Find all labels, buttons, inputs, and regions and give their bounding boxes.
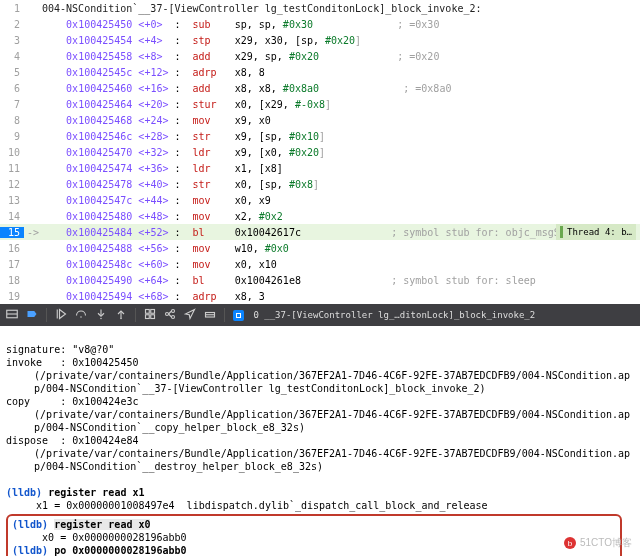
simulate-location-icon[interactable] xyxy=(184,308,196,322)
svg-rect-10 xyxy=(146,315,150,319)
svg-rect-9 xyxy=(151,310,155,314)
debug-console[interactable]: signature: "v8@?0" invoke : 0x100425450 … xyxy=(0,326,640,556)
watermark: b 51CTO博客 xyxy=(564,536,632,550)
line-number[interactable]: 7 xyxy=(0,99,24,110)
asm-line[interactable]: 17 0x10042548c <+60> : mov x0, x10 xyxy=(0,256,640,272)
lldb-command: po 0x0000000028196abb0 xyxy=(54,545,186,556)
asm-line[interactable]: 12 0x100425478 <+40> : str x0, [sp, #0x8… xyxy=(0,176,640,192)
thread-badge[interactable]: Thread 4: b… xyxy=(556,224,636,240)
asm-line[interactable]: 14 0x100425480 <+48> : mov x2, #0x2 xyxy=(0,208,640,224)
svg-line-15 xyxy=(169,311,172,314)
lldb-command: register read x0 xyxy=(54,519,150,530)
line-number[interactable]: 18 xyxy=(0,275,24,286)
console-line: (/private/var/containers/Bundle/Applicat… xyxy=(6,408,634,434)
line-number[interactable]: 11 xyxy=(0,163,24,174)
svg-rect-11 xyxy=(151,315,155,319)
line-number[interactable]: 19 xyxy=(0,291,24,302)
watermark-icon: b xyxy=(564,537,576,549)
continue-icon[interactable] xyxy=(55,308,67,322)
asm-line[interactable]: 7 0x100425464 <+20> : stur x0, [x29, #-0… xyxy=(0,96,640,112)
asm-line[interactable]: 13 0x10042547c <+44> : mov x0, x9 xyxy=(0,192,640,208)
svg-line-16 xyxy=(169,314,172,317)
step-over-icon[interactable] xyxy=(75,308,87,322)
toggle-console-icon[interactable] xyxy=(6,308,18,322)
asm-line[interactable]: 5 0x10042545c <+12> : adrp x8, 8 xyxy=(0,64,640,80)
memory-graph-icon[interactable] xyxy=(164,308,176,322)
svg-point-12 xyxy=(166,313,169,316)
line-number[interactable]: 13 xyxy=(0,195,24,206)
asm-line[interactable]: 2 0x100425450 <+0> : sub sp, sp, #0x30 ;… xyxy=(0,16,640,32)
line-number[interactable]: 2 xyxy=(0,19,24,30)
step-out-icon[interactable] xyxy=(115,308,127,322)
line-number[interactable]: 16 xyxy=(0,243,24,254)
line-number[interactable]: 10 xyxy=(0,147,24,158)
asm-line[interactable]: 9 0x10042546c <+28> : str x9, [sp, #0x10… xyxy=(0,128,640,144)
toggle-breakpoints-icon[interactable] xyxy=(26,308,38,322)
console-line: x0 = 0x0000000028196abb0 xyxy=(12,532,187,543)
highlighted-region: (lldb) register read x0 x0 = 0x000000002… xyxy=(6,514,622,556)
environment-icon[interactable] xyxy=(204,308,216,322)
asm-line[interactable]: 6 0x100425460 <+16> : add x8, x8, #0x8a0… xyxy=(0,80,640,96)
svg-point-13 xyxy=(172,310,175,313)
step-into-icon[interactable] xyxy=(95,308,107,322)
asm-line[interactable]: 16 0x100425488 <+56> : mov w10, #0x0 xyxy=(0,240,640,256)
line-number[interactable]: 12 xyxy=(0,179,24,190)
line-number[interactable]: 6 xyxy=(0,83,24,94)
console-line: dispose : 0x100424e84 xyxy=(6,435,138,446)
thread-breadcrumb[interactable]: 0 __37-[ViewController lg_…ditonLock]_bl… xyxy=(233,310,535,321)
stackframe-icon xyxy=(233,310,244,321)
asm-line[interactable]: 11 0x100425474 <+36> : ldr x1, [x8] xyxy=(0,160,640,176)
asm-line[interactable]: 3 0x100425454 <+4> : stp x29, x30, [sp, … xyxy=(0,32,640,48)
line-number[interactable]: 9 xyxy=(0,131,24,142)
line-number[interactable]: 17 xyxy=(0,259,24,270)
line-number[interactable]: 8 xyxy=(0,115,24,126)
console-line: (/private/var/containers/Bundle/Applicat… xyxy=(6,447,634,473)
line-number[interactable]: 3 xyxy=(0,35,24,46)
debug-view-icon[interactable] xyxy=(144,308,156,322)
asm-line[interactable]: 19 0x100425494 <+68> : adrp x8, 3 xyxy=(0,288,640,304)
asm-line[interactable]: 10 0x100425470 <+32> : ldr x9, [x0, #0x2… xyxy=(0,144,640,160)
asm-line[interactable]: 4 0x100425458 <+8> : add x29, sp, #0x20 … xyxy=(0,48,640,64)
console-line: (/private/var/containers/Bundle/Applicat… xyxy=(6,369,634,395)
line-number[interactable]: 15 xyxy=(0,227,24,238)
line-number[interactable]: 14 xyxy=(0,211,24,222)
asm-line[interactable]: 18 0x100425490 <+64> : bl 0x1004261e8 ; … xyxy=(0,272,640,288)
console-line: signature: "v8@?0" xyxy=(6,344,114,355)
svg-point-7 xyxy=(120,318,122,320)
asm-line[interactable]: 15-> 0x100425484 <+52> : bl 0x10042617c … xyxy=(0,224,640,240)
function-header: 1 004-NSCondition`__37-[ViewController l… xyxy=(0,0,640,16)
console-line: copy : 0x100424e3c xyxy=(6,396,138,407)
execution-arrow: -> xyxy=(24,227,42,238)
svg-point-14 xyxy=(172,316,175,319)
debug-toolbar: 0 __37-[ViewController lg_…ditonLock]_bl… xyxy=(0,304,640,326)
line-number[interactable]: 4 xyxy=(0,51,24,62)
lldb-prompt: (lldb) xyxy=(6,487,42,498)
disassembly-view: 1 004-NSCondition`__37-[ViewController l… xyxy=(0,0,640,304)
asm-line[interactable]: 8 0x100425468 <+24> : mov x9, x0 xyxy=(0,112,640,128)
lldb-command: register read x1 xyxy=(48,487,144,498)
console-line: invoke : 0x100425450 xyxy=(6,357,138,368)
svg-rect-8 xyxy=(146,310,150,314)
svg-point-3 xyxy=(80,316,82,318)
console-line: x1 = 0x00000001008497e4 libdispatch.dyli… xyxy=(6,500,488,511)
svg-point-5 xyxy=(100,318,102,320)
line-number[interactable]: 5 xyxy=(0,67,24,78)
